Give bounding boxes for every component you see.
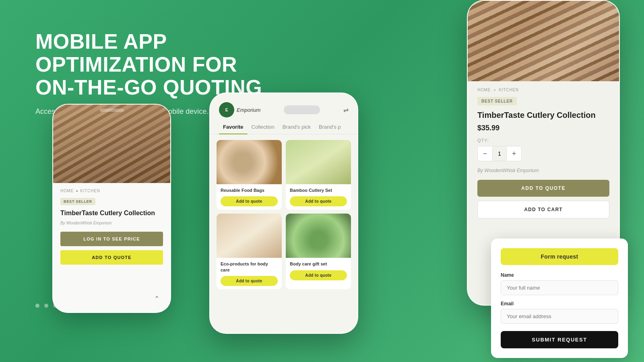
- add-quote-btn-2[interactable]: Add to quote: [290, 196, 347, 206]
- badge-bestseller-right: BEST SELLER: [477, 97, 517, 105]
- dot-1[interactable]: [35, 304, 39, 308]
- add-quote-btn-1[interactable]: Add to quote: [221, 196, 278, 206]
- product-card-3: Eco-products for body care Add to quote: [217, 214, 282, 289]
- product-image-4: [286, 214, 351, 258]
- product-name-3: Eco-products for body care: [221, 261, 278, 273]
- email-input[interactable]: [501, 309, 618, 324]
- product-price-right: $35.99: [477, 124, 609, 132]
- tab-brands-p[interactable]: Brand's p: [315, 124, 345, 134]
- tab-favorite[interactable]: Favorite: [219, 124, 248, 134]
- phone-notch: [100, 109, 124, 112]
- product-image-3: [217, 214, 282, 258]
- qty-control: − 1 +: [477, 146, 522, 161]
- email-field-wrapper: Email: [501, 301, 618, 324]
- submit-request-button[interactable]: SUBMIT REQUEST: [501, 331, 618, 348]
- phone-left-product-content: HOME KITCHEN BEST SELLER TimberTaste Cut…: [53, 183, 170, 270]
- product-grid: Reusable Food Bags Add to quote Bamboo C…: [210, 134, 357, 295]
- form-request-popup: Form request Name Email SUBMIT REQUEST: [491, 239, 628, 358]
- qty-plus-button[interactable]: +: [507, 146, 521, 161]
- phone-right-product-image: [468, 1, 619, 81]
- product-card-2: Bamboo Cutlery Set Add to quote: [286, 140, 351, 210]
- qty-label: QTY:: [477, 138, 609, 143]
- cutlery-overlay: [53, 105, 170, 183]
- form-request-button[interactable]: Form request: [501, 248, 618, 265]
- add-quote-btn-3[interactable]: Add to quote: [221, 276, 278, 286]
- phone-right-content: HOME KITCHEN BEST SELLER TimberTaste Cut…: [468, 81, 619, 225]
- qty-section: QTY: − 1 +: [477, 138, 609, 161]
- qty-value: 1: [492, 147, 507, 160]
- product-image-2: [286, 140, 351, 184]
- add-to-quote-button-left[interactable]: ADD TO QUOTE: [60, 250, 163, 265]
- filter-icon[interactable]: ⇌: [343, 106, 349, 114]
- logo-text: Emporium: [237, 107, 260, 113]
- product-card-4: Body care gift set Add to quote: [286, 214, 351, 289]
- add-to-quote-button-right[interactable]: ADD TO QUOTE: [477, 180, 609, 197]
- phone-left: HOME KITCHEN BEST SELLER TimberTaste Cut…: [52, 104, 171, 313]
- name-label: Name: [501, 272, 618, 278]
- product-title-left: TimberTaste Cutlery Collection: [60, 209, 163, 217]
- vendor-left: By WoodenWhisk Emporium: [60, 221, 163, 225]
- badge-bestseller-left: BEST SELLER: [60, 198, 95, 205]
- phone-left-product-image: [53, 105, 170, 183]
- dot-2[interactable]: [44, 304, 48, 308]
- hero-heading: MOBILE APP OPTIMIZATION FOR ON-THE-GO QU…: [35, 30, 285, 99]
- logo-circle: E: [219, 102, 234, 117]
- add-to-cart-button-right[interactable]: ADD TO CART: [477, 201, 609, 218]
- add-quote-btn-4[interactable]: Add to quote: [290, 270, 347, 280]
- phone-middle-header: E Emporium ⇌: [210, 93, 357, 117]
- product-name-2: Bamboo Cutlery Set: [290, 187, 347, 193]
- login-to-see-price-button[interactable]: LOG IN TO SEE PRICE: [60, 232, 163, 246]
- product-image-overlay: [468, 1, 619, 81]
- product-card-1: Reusable Food Bags Add to quote: [217, 140, 282, 210]
- phone-middle: E Emporium ⇌ Favorite Collection Brand's…: [209, 93, 358, 334]
- tab-brands-pick[interactable]: Brand's pick: [279, 124, 315, 134]
- search-pill[interactable]: [284, 105, 320, 114]
- tab-collection[interactable]: Collection: [248, 124, 279, 134]
- qty-minus-button[interactable]: −: [478, 146, 492, 161]
- breadcrumb-left: HOME KITCHEN: [60, 189, 163, 193]
- breadcrumb-right: HOME KITCHEN: [477, 88, 609, 92]
- product-name-1: Reusable Food Bags: [221, 187, 278, 193]
- scroll-up-icon[interactable]: ⌃: [151, 293, 162, 304]
- breadcrumb-separator: [76, 190, 78, 192]
- vendor-right: By WoodenWhisk Emporium: [477, 168, 609, 173]
- product-name-4: Body care gift set: [290, 261, 347, 267]
- name-input[interactable]: [501, 280, 618, 295]
- phone-middle-tabs: Favorite Collection Brand's pick Brand's…: [210, 117, 357, 134]
- name-field-wrapper: Name: [501, 272, 618, 295]
- breadcrumb-dot-right: [494, 89, 495, 91]
- product-title-right: TimberTaste Cutlery Collection: [477, 110, 609, 120]
- logo-wrapper: E Emporium: [219, 102, 260, 117]
- product-image-1: [217, 140, 282, 184]
- email-label: Email: [501, 301, 618, 306]
